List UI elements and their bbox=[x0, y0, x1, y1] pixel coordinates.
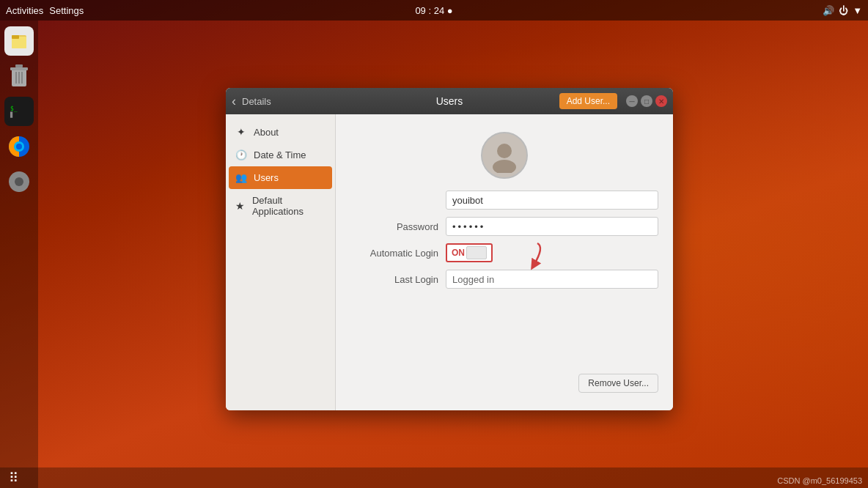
window-controls: ─ □ ✕ bbox=[626, 95, 667, 107]
svg-rect-5 bbox=[15, 64, 23, 67]
topbar: Activities Settings 09 : 24 ● 🔊 ⏻ ▼ bbox=[0, 0, 868, 21]
titlebar-left-label: Details bbox=[242, 96, 271, 107]
content-bottom: Remove User... bbox=[350, 374, 658, 393]
password-input[interactable] bbox=[446, 217, 658, 236]
svg-rect-19 bbox=[9, 180, 13, 183]
last-login-label: Last Login bbox=[350, 274, 446, 285]
volume-icon[interactable]: 🔊 bbox=[823, 5, 834, 16]
password-label: Password bbox=[350, 221, 446, 232]
toggle-container: ON bbox=[446, 243, 658, 262]
sidebar-label-datetime: Date & Time bbox=[254, 149, 306, 160]
user-form: Password Automatic Login ON bbox=[350, 132, 658, 296]
about-icon: ✦ bbox=[235, 126, 248, 138]
back-button[interactable]: ‹ bbox=[232, 94, 236, 109]
avatar-svg bbox=[487, 138, 522, 173]
svg-point-14 bbox=[16, 144, 22, 149]
svg-text:$_: $_ bbox=[10, 106, 18, 112]
add-user-button[interactable]: Add User... bbox=[559, 93, 617, 109]
dock-files-icon[interactable] bbox=[4, 26, 34, 56]
password-row: Password bbox=[350, 217, 658, 236]
sidebar-label-users: Users bbox=[254, 172, 279, 183]
users-icon: 👥 bbox=[235, 172, 248, 183]
sidebar: ✦ About 🕐 Date & Time 👥 Users ★ Default … bbox=[226, 114, 336, 410]
svg-rect-4 bbox=[10, 67, 28, 70]
power-icon[interactable]: ⏻ bbox=[839, 5, 848, 16]
automatic-login-row: Automatic Login ON bbox=[350, 243, 658, 262]
settings-window: ‹ Details Users Add User... ─ □ ✕ ✦ Abou… bbox=[226, 88, 673, 410]
maximize-button[interactable]: □ bbox=[641, 95, 652, 107]
dock-firefox-icon[interactable] bbox=[4, 132, 34, 161]
titlebar-right: Add User... ─ □ ✕ bbox=[559, 93, 667, 109]
apps-grid-button[interactable]: ⠿ bbox=[9, 470, 18, 486]
svg-rect-2 bbox=[12, 35, 19, 39]
dropdown-icon[interactable]: ▼ bbox=[853, 5, 862, 16]
topbar-right: 🔊 ⏻ ▼ bbox=[823, 5, 862, 16]
minimize-button[interactable]: ─ bbox=[626, 95, 638, 107]
sidebar-item-default-apps[interactable]: ★ Default Applications bbox=[226, 189, 335, 223]
svg-point-22 bbox=[493, 160, 516, 173]
content-area: Password Automatic Login ON bbox=[336, 114, 673, 410]
remove-user-button[interactable]: Remove User... bbox=[578, 374, 658, 393]
svg-rect-18 bbox=[18, 188, 21, 192]
dock-settings-icon[interactable] bbox=[4, 167, 34, 196]
bottombar: ⠿ CSDN @m0_56199453 bbox=[0, 467, 868, 488]
username-row bbox=[350, 191, 658, 210]
sidebar-item-datetime[interactable]: 🕐 Date & Time bbox=[226, 144, 335, 166]
svg-text:▊: ▊ bbox=[10, 111, 13, 118]
toggle-off-area[interactable] bbox=[466, 246, 487, 259]
svg-point-21 bbox=[497, 144, 512, 158]
last-login-input bbox=[446, 270, 658, 289]
svg-rect-20 bbox=[25, 180, 29, 183]
svg-point-16 bbox=[15, 177, 23, 186]
username-input[interactable] bbox=[446, 191, 658, 210]
automatic-login-label: Automatic Login bbox=[350, 248, 446, 259]
topbar-left: Activities Settings bbox=[6, 5, 84, 16]
activities-label[interactable]: Activities bbox=[6, 5, 43, 16]
sidebar-item-users[interactable]: 👥 Users bbox=[229, 166, 332, 189]
dock: $_ ▊ bbox=[0, 21, 38, 488]
default-apps-icon: ★ bbox=[235, 200, 246, 212]
settings-menu[interactable]: Settings bbox=[49, 5, 84, 16]
user-avatar[interactable] bbox=[481, 132, 528, 179]
dock-terminal-icon[interactable]: $_ ▊ bbox=[4, 97, 34, 126]
titlebar: ‹ Details Users Add User... ─ □ ✕ bbox=[226, 88, 673, 114]
window-body: ✦ About 🕐 Date & Time 👥 Users ★ Default … bbox=[226, 114, 673, 410]
titlebar-title: Users bbox=[436, 95, 463, 107]
sidebar-item-about[interactable]: ✦ About bbox=[226, 120, 335, 144]
watermark: CSDN @m0_56199453 bbox=[777, 476, 862, 485]
topbar-clock: 09 : 24 ● bbox=[415, 5, 452, 16]
close-button[interactable]: ✕ bbox=[655, 95, 667, 107]
dock-trash-icon[interactable] bbox=[4, 62, 34, 91]
toggle-on-label[interactable]: ON bbox=[452, 248, 465, 258]
datetime-icon: 🕐 bbox=[235, 149, 248, 160]
last-login-row: Last Login bbox=[350, 270, 658, 289]
svg-rect-17 bbox=[18, 171, 21, 176]
sidebar-label-default-apps: Default Applications bbox=[252, 195, 326, 217]
sidebar-label-about: About bbox=[254, 127, 279, 138]
